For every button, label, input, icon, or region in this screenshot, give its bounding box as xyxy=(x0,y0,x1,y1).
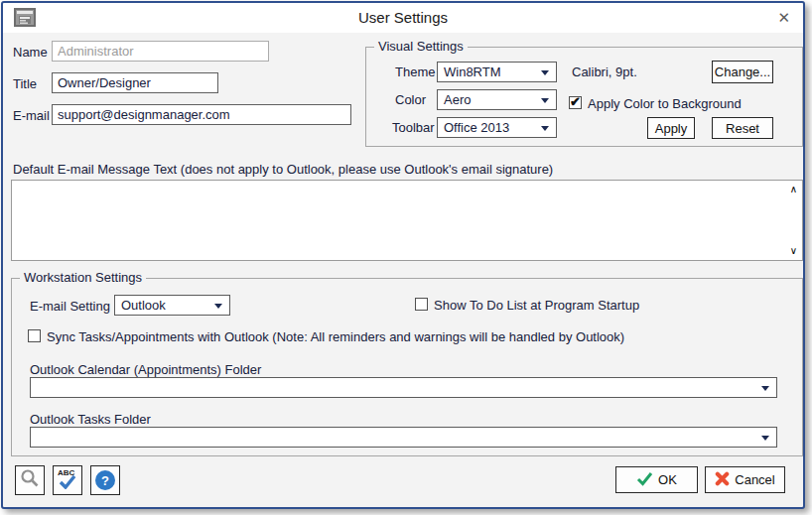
visual-settings-legend: Visual Settings xyxy=(374,39,468,54)
ok-button-label: OK xyxy=(658,472,677,487)
email-setting-value: Outlook xyxy=(121,298,166,313)
color-dropdown[interactable]: Aero xyxy=(437,89,557,110)
help-icon: ? xyxy=(95,470,115,490)
toolbar-dropdown[interactable]: Office 2013 xyxy=(437,117,557,138)
email-label: E-mail xyxy=(13,108,50,123)
cancel-button[interactable]: Cancel xyxy=(705,466,785,493)
close-icon[interactable]: ✕ xyxy=(777,8,790,28)
email-setting-dropdown[interactable]: Outlook xyxy=(114,295,230,316)
screen: User Settings ✕ Name Title E-mail Visual… xyxy=(0,0,812,515)
name-label: Name xyxy=(13,45,48,60)
email-setting-label: E-mail Setting xyxy=(30,299,110,314)
cancel-button-label: Cancel xyxy=(735,472,774,487)
spellcheck-button[interactable]: ABC xyxy=(53,465,82,495)
sync-outlook-label: Sync Tasks/Appointments with Outlook (No… xyxy=(47,329,624,344)
color-value: Aero xyxy=(444,92,471,107)
tasks-folder-dropdown[interactable] xyxy=(30,427,777,448)
spellcheck-icon: ABC xyxy=(57,469,78,491)
change-font-button[interactable]: Change... xyxy=(712,61,773,83)
default-email-message-textarea[interactable]: ∧ ∨ xyxy=(11,180,803,261)
workstation-settings-legend: Workstation Settings xyxy=(20,270,146,285)
name-field[interactable] xyxy=(52,41,269,62)
user-settings-dialog: User Settings ✕ Name Title E-mail Visual… xyxy=(1,1,805,509)
apply-button[interactable]: Apply xyxy=(647,117,695,139)
search-button[interactable] xyxy=(15,465,45,495)
help-button[interactable]: ? xyxy=(90,465,120,495)
scroll-up-icon[interactable]: ∧ xyxy=(790,185,797,194)
chevron-down-icon xyxy=(541,98,549,103)
calendar-folder-dropdown[interactable] xyxy=(30,377,777,398)
theme-dropdown[interactable]: Win8RTM xyxy=(437,62,557,82)
email-field[interactable] xyxy=(52,104,351,125)
chevron-down-icon xyxy=(541,70,549,75)
show-todo-label: Show To Do List at Program Startup xyxy=(434,298,639,313)
tasks-folder-label: Outlook Tasks Folder xyxy=(30,412,151,427)
toolbar-value: Office 2013 xyxy=(444,120,509,135)
search-icon xyxy=(20,468,40,492)
default-email-message-label: Default E-mail Message Text (does not ap… xyxy=(13,162,553,177)
cancel-x-icon xyxy=(715,471,730,489)
chevron-down-icon xyxy=(761,386,769,391)
calendar-folder-label: Outlook Calendar (Appointments) Folder xyxy=(30,362,261,377)
ok-check-icon xyxy=(636,471,653,489)
dialog-title: User Settings xyxy=(3,9,803,26)
toolbar-label: Toolbar xyxy=(392,120,435,135)
apply-color-label: Apply Color to Background xyxy=(588,96,742,111)
theme-value: Win8RTM xyxy=(444,64,501,79)
scroll-down-icon[interactable]: ∨ xyxy=(790,246,797,256)
chevron-down-icon xyxy=(761,436,769,441)
chevron-down-icon xyxy=(214,304,222,309)
color-label: Color xyxy=(395,92,426,107)
font-preview-label: Calibri, 9pt. xyxy=(572,64,637,79)
show-todo-checkbox[interactable] xyxy=(415,298,428,311)
title-bar[interactable]: User Settings ✕ xyxy=(3,3,803,33)
title-label: Title xyxy=(13,76,37,91)
apply-color-checkbox[interactable] xyxy=(569,96,582,109)
reset-button[interactable]: Reset xyxy=(712,117,773,139)
ok-button[interactable]: OK xyxy=(615,466,698,493)
theme-label: Theme xyxy=(395,64,435,79)
chevron-down-icon xyxy=(541,126,549,131)
sync-outlook-checkbox[interactable] xyxy=(28,329,41,342)
title-field[interactable] xyxy=(52,72,218,93)
